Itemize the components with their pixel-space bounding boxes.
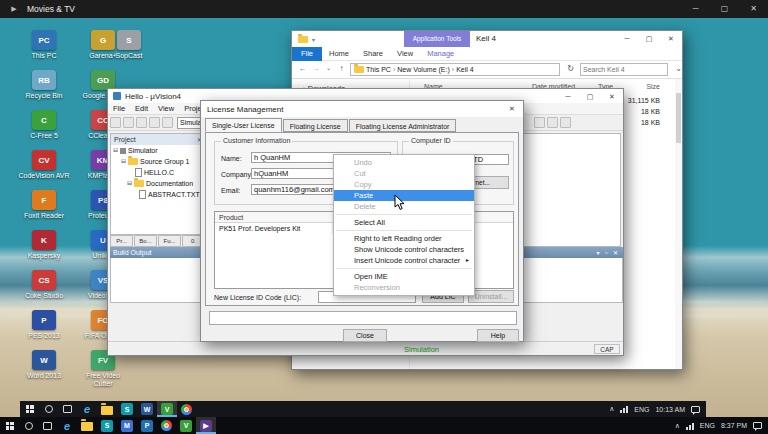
pin-icon[interactable]: ▾	[596, 250, 601, 256]
tray-chevron-icon[interactable]: ∧	[675, 422, 680, 430]
taskbar-app-mail[interactable]: M	[117, 417, 137, 434]
column-product[interactable]: Product	[215, 212, 333, 222]
menu-view[interactable]: View	[153, 104, 179, 113]
forward-icon[interactable]: →	[309, 64, 322, 73]
license-close-button[interactable]: ✕	[501, 101, 523, 117]
tree-item-simulator[interactable]: ⊟ Simulator	[111, 145, 205, 156]
network-icon[interactable]	[620, 405, 628, 413]
taskbar-app-photos[interactable]: P	[137, 417, 157, 434]
start-button[interactable]	[0, 417, 19, 434]
taskbar-app-chrome[interactable]	[157, 417, 176, 434]
menu-item-undo[interactable]: Undo	[334, 157, 474, 168]
explorer-maximize-button[interactable]: ▢	[638, 31, 660, 47]
tab-manage[interactable]: Manage	[420, 49, 461, 58]
desktop-icon-cokestudio[interactable]: CSCoke Studio	[17, 270, 71, 300]
tree-item-abstract-txt[interactable]: ABSTRACT.TXT	[111, 189, 205, 200]
tray-chevron-icon[interactable]: ∧	[609, 405, 614, 413]
uvision-close-button[interactable]: ✕	[601, 89, 623, 103]
close-button[interactable]: ✕	[739, 0, 768, 18]
tab-single-user-license[interactable]: Single-User License	[205, 118, 282, 132]
tree-item-source-group[interactable]: ⊟ Source Group 1	[111, 156, 205, 167]
desktop-icon-cfree[interactable]: CC-Free 5	[17, 110, 71, 140]
taskbar-app-movies-tv[interactable]: ▶	[196, 417, 216, 434]
breadcrumb-new-volume[interactable]: New Volume (E:)	[397, 66, 450, 73]
language-indicator[interactable]: ENG	[700, 422, 715, 429]
breadcrumb-this-pc[interactable]: This PC	[366, 66, 391, 73]
toolbar-icon[interactable]	[534, 117, 545, 128]
search-input[interactable]	[583, 66, 665, 73]
menu-file[interactable]: File	[108, 104, 130, 113]
uvision-maximize-button[interactable]: ▢	[579, 89, 601, 103]
desktop-icon-sopcast[interactable]: SSopCast	[102, 30, 156, 60]
menu-item-select-all[interactable]: Select All	[334, 217, 474, 228]
panel-tab-project[interactable]: Pr...	[110, 235, 133, 247]
taskbar-app-store[interactable]: S	[117, 401, 137, 417]
back-icon[interactable]: ←	[296, 64, 309, 73]
toolbar-icon[interactable]	[110, 117, 121, 128]
tree-collapse-icon[interactable]: ⊟	[121, 156, 126, 167]
help-button[interactable]: Help	[477, 329, 519, 342]
network-icon[interactable]	[686, 422, 694, 430]
desktop-icon-foxit[interactable]: FFoxit Reader	[17, 190, 71, 220]
address-bar[interactable]: This PC › New Volume (E:) › Keil 4	[350, 63, 560, 76]
explorer-close-button[interactable]: ✕	[660, 31, 682, 47]
tree-collapse-icon[interactable]: ⊟	[113, 145, 118, 156]
task-view-button[interactable]	[38, 417, 57, 434]
language-indicator[interactable]: ENG	[634, 406, 649, 413]
task-view-button[interactable]	[58, 401, 77, 417]
desktop-icon-kaspersky[interactable]: KKaspersky	[17, 230, 71, 260]
desktop-icon-this-pc[interactable]: PCThis PC	[17, 30, 71, 60]
tab-view[interactable]: View	[390, 49, 420, 58]
toolbar-icon[interactable]	[136, 117, 147, 128]
uvision-minimize-button[interactable]: ─	[557, 89, 579, 103]
taskbar-app-internet-explorer[interactable]: e	[77, 401, 97, 417]
panel-tab-books[interactable]: Bo...	[134, 235, 157, 247]
scrollbar-thumb[interactable]	[676, 93, 681, 143]
quick-access-dropdown-icon[interactable]: ▾	[312, 36, 315, 43]
recent-locations-icon[interactable]: ⌄	[322, 64, 335, 71]
toolbar-icon[interactable]	[123, 117, 134, 128]
menu-item-open-ime[interactable]: Open IME	[334, 271, 474, 282]
tree-collapse-icon[interactable]: ⊟	[127, 178, 132, 189]
expand-ribbon-icon[interactable]: ⌄	[672, 64, 685, 73]
desktop-icon-codevision[interactable]: CVCodeVision AVR	[17, 150, 71, 180]
taskbar-app-chrome[interactable]	[177, 401, 196, 417]
clock[interactable]: 8:37 PM	[721, 422, 747, 429]
breadcrumb-keil4[interactable]: Keil 4	[456, 66, 474, 73]
menu-item-rtl-reading[interactable]: Right to left Reading order	[334, 233, 474, 244]
menu-item-reconversion[interactable]: Reconversion	[334, 282, 474, 293]
refresh-icon[interactable]: ↻	[564, 64, 577, 73]
menu-item-cut[interactable]: Cut	[334, 168, 474, 179]
maximize-button[interactable]: ▢	[710, 0, 739, 18]
taskbar-app-keil-uvision[interactable]: V	[176, 417, 196, 434]
desktop-icon-pes[interactable]: PPES 2013	[17, 310, 71, 340]
scrollbar[interactable]	[675, 79, 682, 369]
close-dialog-button[interactable]: Close	[343, 329, 387, 342]
close-icon[interactable]: ✕	[613, 250, 620, 256]
start-button[interactable]	[20, 401, 39, 417]
taskbar-app-edge[interactable]: e	[57, 417, 77, 434]
application-tools-tab[interactable]: Application Tools	[404, 31, 470, 47]
tab-floating-license-admin[interactable]: Floating License Administrator	[349, 119, 457, 132]
panel-tab-functions[interactable]: Fu...	[158, 235, 181, 247]
toolbar-icon[interactable]	[547, 117, 558, 128]
tab-floating-license[interactable]: Floating License	[283, 119, 348, 132]
search-button[interactable]	[39, 401, 58, 417]
notification-icon[interactable]	[691, 406, 700, 413]
explorer-minimize-button[interactable]: ─	[616, 31, 638, 47]
notification-icon[interactable]	[753, 422, 762, 429]
tab-file[interactable]: File	[292, 47, 322, 61]
toolbar-icon[interactable]	[162, 117, 173, 128]
clock[interactable]: 10:13 AM	[655, 406, 685, 413]
desktop-icon-word[interactable]: WWord 2013	[17, 350, 71, 380]
menu-item-insert-unicode[interactable]: Insert Unicode control character▸	[334, 255, 474, 266]
taskbar-app-keil-uvision[interactable]: V	[157, 401, 177, 417]
desktop-icon-recycle-bin[interactable]: RBRecycle Bin	[17, 70, 71, 100]
tree-item-hello-c[interactable]: HELLO.C	[111, 167, 205, 178]
taskbar-app-file-explorer[interactable]	[77, 417, 97, 434]
restore-icon[interactable]: ▫	[605, 250, 609, 256]
up-icon[interactable]: ↑	[335, 64, 348, 73]
taskbar-app-word[interactable]: W	[137, 401, 157, 417]
menu-item-show-unicode[interactable]: Show Unicode control characters	[334, 244, 474, 255]
toolbar-icon[interactable]	[149, 117, 160, 128]
